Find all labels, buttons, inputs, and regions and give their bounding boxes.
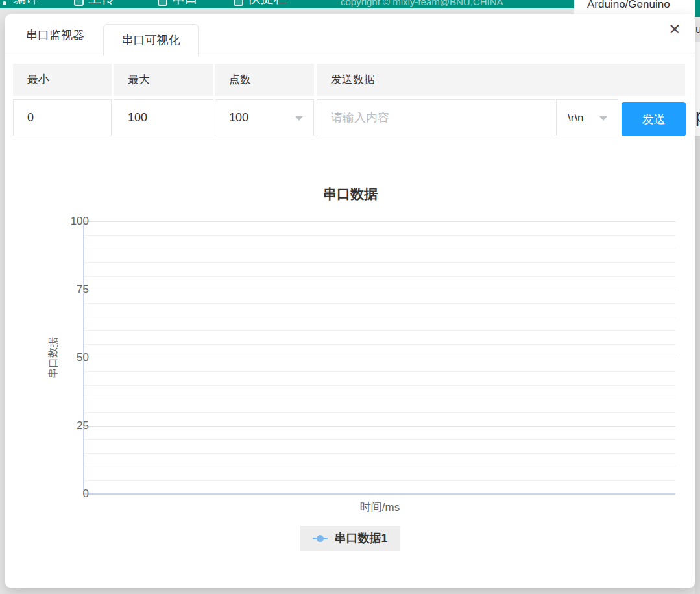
chart-plot-area [84, 221, 675, 494]
line-dot-marker-icon [313, 535, 328, 542]
points-select[interactable]: 100 [215, 99, 314, 136]
send-field-cell [317, 99, 555, 136]
min-header: 最小 [13, 64, 112, 96]
min-field-cell [13, 99, 112, 136]
points-header: 点数 [215, 64, 314, 96]
toolbar-dot-icon [3, 1, 6, 5]
y-tick-label: 0 [37, 488, 89, 501]
toolbar-item-label: 快捷栏 [248, 0, 287, 7]
y-tick-label: 50 [37, 351, 89, 364]
toolbar-item-label: 编译 [13, 0, 39, 7]
serial-dialog: 串口监视器 串口可视化 ✕ 最小 最大 点数 发送数据 100 \r\n 发送 … [5, 14, 695, 588]
shortcut-bar-icon [234, 0, 243, 6]
y-tick-label: 25 [37, 419, 89, 432]
copyright-text: copyright © mixly-team@BNU,CHINA [341, 0, 503, 7]
y-axis-title: 串口数据 [47, 319, 60, 397]
max-input[interactable] [114, 100, 213, 136]
close-icon[interactable]: ✕ [663, 18, 686, 41]
toolbar-item-label: 串口 [172, 0, 198, 7]
legend-item-series1[interactable]: 串口数据1 [300, 526, 400, 551]
send-data-header: 发送数据 [317, 64, 685, 96]
y-tick-label: 75 [37, 283, 89, 296]
mixly-serial-window: 编译 上传 串口 快捷栏 copyright © mixly-team@BNU,… [0, 0, 700, 594]
send-button[interactable]: 发送 [622, 102, 686, 136]
toolbar-item-serial[interactable]: 串口 [158, 0, 198, 7]
chevron-down-icon [295, 116, 303, 121]
serial-chart: 串口数据 100 75 50 25 0 串口数据 时间/ms 串口数据1 [25, 179, 676, 575]
serial-icon [158, 0, 167, 6]
upload-icon [74, 0, 84, 6]
legend-label: 串口数据1 [334, 530, 387, 546]
chart-title: 串口数据 [25, 185, 676, 203]
x-axis-title: 时间/ms [84, 500, 675, 515]
send-data-input[interactable] [317, 100, 555, 136]
tab-serial-visualization[interactable]: 串口可视化 [103, 24, 199, 56]
chevron-down-icon [599, 116, 607, 121]
min-input[interactable] [14, 100, 111, 136]
background-strip [695, 136, 700, 594]
toolbar-item-label: 上传 [88, 0, 114, 7]
chart-legend: 串口数据1 [25, 526, 676, 551]
toolbar-item-upload[interactable]: 上传 [74, 0, 114, 7]
toolbar-right-strip [695, 0, 700, 17]
toolbar-item-compile[interactable]: 编译 [13, 0, 39, 7]
line-ending-value: \r\n [557, 100, 618, 136]
line-ending-select[interactable]: \r\n [556, 99, 618, 136]
background-text-fragment-u: u [695, 23, 700, 36]
tab-serial-monitor[interactable]: 串口监视器 [13, 14, 97, 56]
max-header: 最大 [114, 64, 213, 96]
board-selector-value: Arduino/Genuino [587, 0, 670, 11]
x-axis-line [83, 493, 675, 495]
toolbar-item-shortcutbar[interactable]: 快捷栏 [234, 0, 287, 7]
background-text-fragment-p: p [695, 106, 700, 127]
max-field-cell [114, 99, 213, 136]
y-tick-label: 100 [37, 215, 89, 228]
